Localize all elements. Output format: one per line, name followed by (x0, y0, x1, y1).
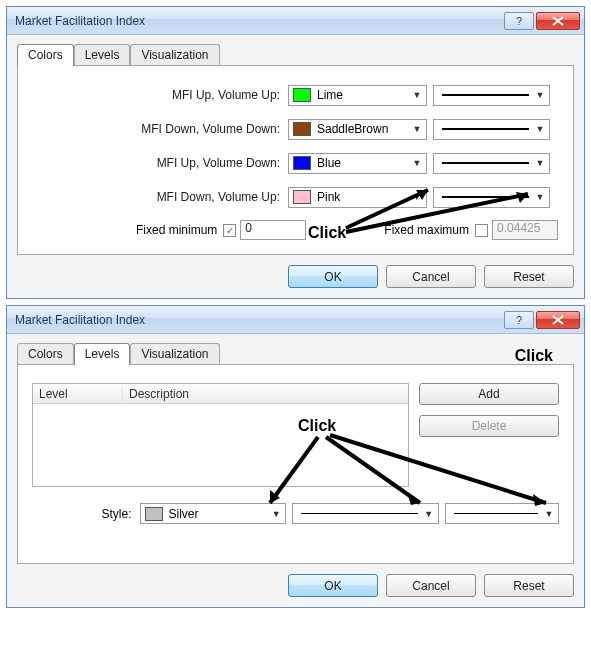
chevron-down-icon: ▼ (533, 192, 547, 202)
color-swatch (293, 122, 311, 136)
titlebar[interactable]: Market Facilitation Index ? (7, 7, 584, 35)
color-name: Lime (315, 88, 410, 102)
levels-list[interactable]: Level Description (32, 383, 409, 487)
close-icon (552, 315, 564, 325)
client-area: Colors Levels Visualization Level Descri… (7, 334, 584, 607)
tabpanel-levels: Level Description Add Delete Style: Silv… (17, 364, 574, 564)
color-swatch (145, 507, 163, 521)
chevron-down-icon: ▼ (533, 124, 547, 134)
reset-button[interactable]: Reset (484, 574, 574, 597)
column-description[interactable]: Description (123, 387, 408, 401)
window-title: Market Facilitation Index (15, 313, 502, 327)
color-swatch (293, 190, 311, 204)
color-name: Pink (315, 190, 410, 204)
fixed-maximum-checkbox[interactable] (475, 224, 488, 237)
line-width-select[interactable]: ▼ (433, 153, 550, 174)
line-width-select[interactable]: ▼ (433, 85, 550, 106)
fixed-minimum-label: Fixed minimum (136, 223, 217, 237)
ok-button[interactable]: OK (288, 265, 378, 288)
style-line-style-select[interactable]: ▼ (292, 503, 439, 524)
chevron-down-icon: ▼ (410, 192, 424, 202)
color-swatch (293, 156, 311, 170)
dialog-buttons: OK Cancel Reset (17, 265, 574, 288)
cancel-button[interactable]: Cancel (386, 265, 476, 288)
fixed-maximum-input[interactable]: 0.04425 (492, 220, 558, 240)
tab-colors[interactable]: Colors (17, 343, 74, 364)
delete-button[interactable]: Delete (419, 415, 559, 437)
fixed-maximum-label: Fixed maximum (384, 223, 469, 237)
color-select-mfi-down-vol-down[interactable]: SaddleBrown ▼ (288, 119, 427, 140)
chevron-down-icon: ▼ (422, 509, 436, 519)
line-preview (442, 128, 529, 130)
dialog-colors-window: Market Facilitation Index ? Colors Level… (6, 6, 585, 299)
tab-visualization[interactable]: Visualization (130, 44, 219, 65)
window-title: Market Facilitation Index (15, 14, 502, 28)
help-button[interactable]: ? (504, 12, 534, 30)
color-row: MFI Down, Volume Up: Pink ▼ ▼ (32, 186, 559, 208)
client-area: Colors Levels Visualization MFI Up, Volu… (7, 35, 584, 298)
column-level[interactable]: Level (33, 387, 123, 401)
svg-marker-5 (270, 490, 280, 503)
row-label: MFI Down, Volume Up: (32, 190, 288, 204)
chevron-down-icon: ▼ (410, 90, 424, 100)
tabstrip: Colors Levels Visualization (17, 342, 574, 364)
color-swatch (293, 88, 311, 102)
row-label: MFI Down, Volume Down: (32, 122, 288, 136)
tab-levels[interactable]: Levels (74, 44, 131, 65)
fixed-minimum-input[interactable]: 0 (240, 220, 306, 240)
tabpanel-colors: MFI Up, Volume Up: Lime ▼ ▼ MFI Down, Vo… (17, 65, 574, 255)
levels-sidebuttons: Add Delete (419, 383, 559, 487)
fixed-min-max-row: Fixed minimum ✓ 0 Fixed maximum 0.04425 (32, 220, 559, 240)
chevron-down-icon: ▼ (533, 158, 547, 168)
ok-button[interactable]: OK (288, 574, 378, 597)
close-button[interactable] (536, 311, 580, 329)
line-preview (301, 513, 418, 514)
close-button[interactable] (536, 12, 580, 30)
chevron-down-icon: ▼ (410, 124, 424, 134)
row-label: MFI Up, Volume Down: (32, 156, 288, 170)
chevron-down-icon: ▼ (533, 90, 547, 100)
style-color-select[interactable]: Silver ▼ (140, 503, 287, 524)
line-width-select[interactable]: ▼ (433, 119, 550, 140)
reset-button[interactable]: Reset (484, 265, 574, 288)
tab-colors[interactable]: Colors (17, 44, 74, 66)
tabstrip: Colors Levels Visualization (17, 43, 574, 65)
tab-levels[interactable]: Levels (74, 343, 131, 365)
fixed-minimum-checkbox[interactable]: ✓ (223, 224, 236, 237)
style-label: Style: (32, 507, 140, 521)
style-row: Style: Silver ▼ ▼ ▼ (32, 503, 559, 524)
line-preview (442, 162, 529, 164)
color-row: MFI Down, Volume Down: SaddleBrown ▼ ▼ (32, 118, 559, 140)
dialog-buttons: OK Cancel Reset (17, 574, 574, 597)
chevron-down-icon: ▼ (410, 158, 424, 168)
chevron-down-icon: ▼ (269, 509, 283, 519)
help-button[interactable]: ? (504, 311, 534, 329)
color-row: MFI Up, Volume Up: Lime ▼ ▼ (32, 84, 559, 106)
tab-visualization[interactable]: Visualization (130, 343, 219, 364)
close-icon (552, 16, 564, 26)
levels-list-header: Level Description (33, 384, 408, 404)
color-name: Blue (315, 156, 410, 170)
cancel-button[interactable]: Cancel (386, 574, 476, 597)
color-select-mfi-up-vol-up[interactable]: Lime ▼ (288, 85, 427, 106)
color-select-mfi-down-vol-up[interactable]: Pink ▼ (288, 187, 427, 208)
line-preview (442, 94, 529, 96)
line-preview (454, 513, 538, 514)
dialog-levels-window: Market Facilitation Index ? Colors Level… (6, 305, 585, 608)
color-row: MFI Up, Volume Down: Blue ▼ ▼ (32, 152, 559, 174)
line-width-select[interactable]: ▼ (433, 187, 550, 208)
titlebar[interactable]: Market Facilitation Index ? (7, 306, 584, 334)
color-select-mfi-up-vol-down[interactable]: Blue ▼ (288, 153, 427, 174)
chevron-down-icon: ▼ (542, 509, 556, 519)
color-name: Silver (167, 507, 270, 521)
color-name: SaddleBrown (315, 122, 410, 136)
add-button[interactable]: Add (419, 383, 559, 405)
line-preview (442, 196, 529, 198)
row-label: MFI Up, Volume Up: (32, 88, 288, 102)
style-line-width-select[interactable]: ▼ (445, 503, 559, 524)
